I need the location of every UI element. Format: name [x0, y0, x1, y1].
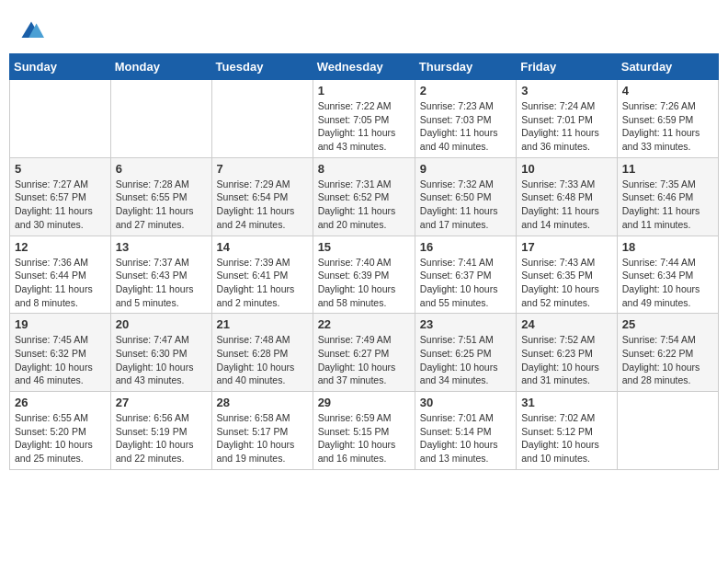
day-info: Sunrise: 7:31 AM Sunset: 6:52 PM Dayligh… [318, 178, 410, 232]
day-info: Sunrise: 7:54 AM Sunset: 6:22 PM Dayligh… [622, 333, 713, 387]
day-number: 22 [318, 317, 410, 331]
day-number: 4 [622, 84, 713, 98]
daylight-text: Daylight: 11 hours and 36 minutes. [521, 127, 599, 152]
day-number: 5 [15, 162, 106, 176]
sunset-text: Sunset: 6:50 PM [420, 191, 492, 202]
day-number: 17 [521, 240, 612, 254]
sunset-text: Sunset: 6:27 PM [318, 348, 390, 359]
sunrise-text: Sunrise: 7:48 AM [217, 334, 290, 345]
sunrise-text: Sunrise: 6:59 AM [318, 412, 392, 423]
sunset-text: Sunset: 5:14 PM [420, 426, 492, 437]
calendar-cell: 16 Sunrise: 7:41 AM Sunset: 6:37 PM Dayl… [415, 236, 516, 314]
calendar-cell [110, 80, 211, 158]
day-info: Sunrise: 7:44 AM Sunset: 6:34 PM Dayligh… [622, 256, 713, 310]
col-header-wednesday: Wednesday [313, 54, 415, 80]
daylight-text: Daylight: 10 hours and 43 minutes. [116, 362, 194, 386]
calendar-cell [211, 80, 313, 158]
daylight-text: Daylight: 10 hours and 16 minutes. [318, 439, 396, 464]
sunrise-text: Sunrise: 7:52 AM [521, 334, 595, 345]
day-number: 8 [318, 162, 410, 176]
day-number: 23 [420, 317, 511, 331]
day-info: Sunrise: 7:29 AM Sunset: 6:54 PM Dayligh… [217, 178, 308, 232]
day-number: 30 [420, 396, 511, 409]
daylight-text: Daylight: 10 hours and 22 minutes. [116, 439, 194, 464]
calendar-cell: 3 Sunrise: 7:24 AM Sunset: 7:01 PM Dayli… [517, 80, 618, 158]
sunset-text: Sunset: 5:15 PM [318, 426, 390, 437]
calendar-cell: 15 Sunrise: 7:40 AM Sunset: 6:39 PM Dayl… [313, 236, 415, 314]
day-info: Sunrise: 7:22 AM Sunset: 7:05 PM Dayligh… [318, 99, 410, 154]
day-number: 27 [116, 396, 207, 409]
calendar-cell: 2 Sunrise: 7:23 AM Sunset: 7:03 PM Dayli… [415, 80, 516, 158]
sunset-text: Sunset: 5:12 PM [521, 426, 593, 437]
day-info: Sunrise: 7:02 AM Sunset: 5:12 PM Dayligh… [521, 411, 612, 465]
sunrise-text: Sunrise: 7:02 AM [521, 412, 595, 423]
logo [18, 18, 48, 44]
calendar-week-4: 19 Sunrise: 7:45 AM Sunset: 6:32 PM Dayl… [10, 314, 719, 392]
calendar-cell: 11 Sunrise: 7:35 AM Sunset: 6:46 PM Dayl… [617, 157, 718, 236]
calendar-cell: 20 Sunrise: 7:47 AM Sunset: 6:30 PM Dayl… [110, 314, 211, 392]
sunset-text: Sunset: 5:20 PM [15, 426, 86, 437]
daylight-text: Daylight: 11 hours and 33 minutes. [622, 127, 700, 152]
daylight-text: Daylight: 11 hours and 43 minutes. [318, 127, 396, 152]
day-info: Sunrise: 6:56 AM Sunset: 5:19 PM Dayligh… [116, 411, 207, 465]
sunrise-text: Sunrise: 7:33 AM [521, 178, 595, 190]
sunrise-text: Sunrise: 7:24 AM [521, 100, 595, 111]
daylight-text: Daylight: 10 hours and 10 minutes. [521, 439, 599, 464]
sunset-text: Sunset: 6:25 PM [420, 348, 492, 359]
day-info: Sunrise: 6:55 AM Sunset: 5:20 PM Dayligh… [15, 411, 106, 465]
day-info: Sunrise: 7:48 AM Sunset: 6:28 PM Dayligh… [217, 333, 308, 387]
sunset-text: Sunset: 6:30 PM [116, 348, 188, 359]
sunrise-text: Sunrise: 7:51 AM [420, 334, 494, 345]
sunset-text: Sunset: 6:39 PM [318, 270, 390, 281]
daylight-text: Daylight: 10 hours and 28 minutes. [622, 362, 700, 386]
sunset-text: Sunset: 7:01 PM [521, 114, 593, 125]
col-header-thursday: Thursday [415, 54, 516, 80]
calendar-cell: 8 Sunrise: 7:31 AM Sunset: 6:52 PM Dayli… [313, 157, 415, 236]
calendar-cell: 26 Sunrise: 6:55 AM Sunset: 5:20 PM Dayl… [10, 392, 111, 470]
sunset-text: Sunset: 7:05 PM [318, 114, 390, 125]
daylight-text: Daylight: 10 hours and 37 minutes. [318, 362, 396, 386]
day-number: 18 [622, 240, 713, 254]
sunrise-text: Sunrise: 7:01 AM [420, 412, 494, 423]
day-info: Sunrise: 7:49 AM Sunset: 6:27 PM Dayligh… [318, 333, 410, 387]
day-info: Sunrise: 7:28 AM Sunset: 6:55 PM Dayligh… [116, 178, 207, 232]
sunset-text: Sunset: 6:32 PM [15, 348, 86, 359]
sunset-text: Sunset: 6:22 PM [622, 348, 694, 359]
calendar-cell: 19 Sunrise: 7:45 AM Sunset: 6:32 PM Dayl… [10, 314, 111, 392]
day-info: Sunrise: 7:51 AM Sunset: 6:25 PM Dayligh… [420, 333, 511, 387]
day-number: 10 [521, 162, 612, 176]
calendar-cell: 22 Sunrise: 7:49 AM Sunset: 6:27 PM Dayl… [313, 314, 415, 392]
day-info: Sunrise: 7:43 AM Sunset: 6:35 PM Dayligh… [521, 256, 612, 310]
sunrise-text: Sunrise: 7:49 AM [318, 334, 392, 345]
sunrise-text: Sunrise: 6:55 AM [15, 412, 88, 423]
daylight-text: Daylight: 11 hours and 20 minutes. [318, 205, 396, 230]
day-number: 7 [217, 162, 308, 176]
day-info: Sunrise: 7:39 AM Sunset: 6:41 PM Dayligh… [217, 256, 308, 310]
daylight-text: Daylight: 10 hours and 19 minutes. [217, 439, 295, 464]
sunrise-text: Sunrise: 7:37 AM [116, 257, 189, 268]
day-number: 9 [420, 162, 511, 176]
day-info: Sunrise: 7:47 AM Sunset: 6:30 PM Dayligh… [116, 333, 207, 387]
day-number: 21 [217, 317, 308, 331]
sunrise-text: Sunrise: 6:56 AM [116, 412, 189, 423]
day-info: Sunrise: 7:52 AM Sunset: 6:23 PM Dayligh… [521, 333, 612, 387]
day-info: Sunrise: 7:26 AM Sunset: 6:59 PM Dayligh… [622, 99, 713, 154]
sunset-text: Sunset: 6:23 PM [521, 348, 593, 359]
calendar-cell: 31 Sunrise: 7:02 AM Sunset: 5:12 PM Dayl… [517, 392, 618, 470]
day-info: Sunrise: 6:59 AM Sunset: 5:15 PM Dayligh… [318, 411, 410, 465]
col-header-tuesday: Tuesday [211, 54, 313, 80]
sunset-text: Sunset: 6:52 PM [318, 191, 390, 202]
calendar-week-5: 26 Sunrise: 6:55 AM Sunset: 5:20 PM Dayl… [10, 392, 719, 470]
sunrise-text: Sunrise: 7:43 AM [521, 257, 595, 268]
sunrise-text: Sunrise: 7:26 AM [622, 100, 696, 111]
calendar-cell: 5 Sunrise: 7:27 AM Sunset: 6:57 PM Dayli… [10, 157, 111, 236]
calendar-cell [617, 392, 718, 470]
day-number: 26 [15, 396, 106, 409]
day-number: 25 [622, 317, 713, 331]
calendar-cell: 17 Sunrise: 7:43 AM Sunset: 6:35 PM Dayl… [517, 236, 618, 314]
sunset-text: Sunset: 6:54 PM [217, 191, 289, 202]
sunrise-text: Sunrise: 7:29 AM [217, 178, 290, 190]
calendar-week-1: 1 Sunrise: 7:22 AM Sunset: 7:05 PM Dayli… [10, 80, 719, 158]
sunset-text: Sunset: 6:57 PM [15, 191, 86, 202]
day-info: Sunrise: 7:27 AM Sunset: 6:57 PM Dayligh… [15, 178, 106, 232]
